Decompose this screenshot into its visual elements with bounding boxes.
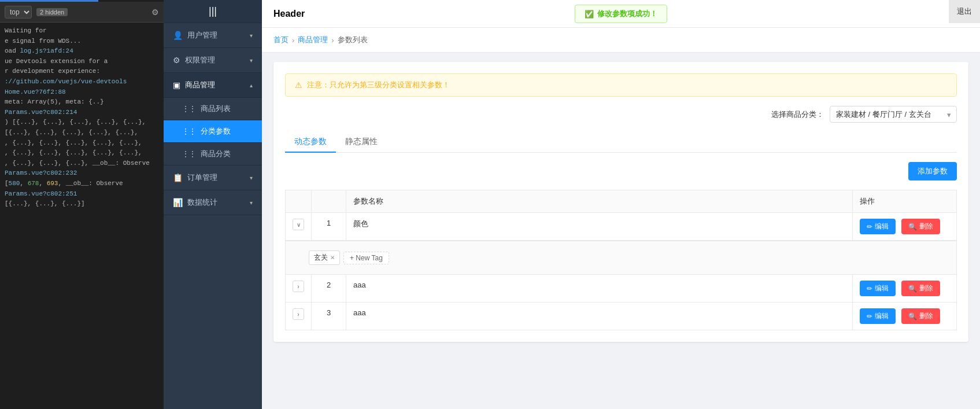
product-icon: ▣ [173,80,180,90]
grid-icon: ⋮⋮ [182,150,196,158]
edit-icon: ✏ [867,285,872,293]
log-line: Params.vue?c802:232 [5,168,159,179]
tab-static-attrs[interactable]: 静态属性 [336,132,387,153]
log-link[interactable]: Params.vue?c802:232 [5,170,77,176]
breadcrumb-product[interactable]: 商品管理 [298,35,328,45]
delete-label: 删除 [919,283,933,293]
table-row: › 2 aaa ✏ 编辑 🔍 删除 [286,275,957,303]
breadcrumb-separator: › [292,36,294,45]
log-line: , {...}, {...}, {...}, {...}, {...}, [5,148,159,159]
col-action-header: 操作 [853,190,957,213]
category-selector-label: 选择商品分类： [771,109,824,120]
log-link[interactable]: Home.vue?76f2:88 [5,89,66,95]
category-select[interactable]: 家装建材 / 餐厅门厅 / 玄关台 [830,106,957,123]
check-icon: ✅ [585,10,594,19]
delete-button[interactable]: 🔍 删除 [901,219,940,234]
log-line: Waiting for [5,26,159,36]
col-num-header [312,190,346,213]
log-line: Params.vue?c802:214 [5,108,159,118]
table-row: › 3 aaa ✏ 编辑 🔍 删除 [286,303,957,330]
sidebar-item-order-management[interactable]: 📋 订单管理 ▾ [164,165,262,190]
sidebar-item-category-params[interactable]: ⋮⋮ 分类参数 [164,120,262,143]
category-select-wrapper: 家装建材 / 餐厅门厅 / 玄关台 [830,106,957,123]
expanded-content: 玄关 ✕ + New Tag [286,241,956,274]
edit-icon: ✏ [867,223,872,231]
table-header-row: 参数名称 操作 [286,190,957,213]
row-action-cell: ✏ 编辑 🔍 删除 [853,213,957,241]
tab-dynamic-params[interactable]: 动态参数 [285,132,336,153]
filter-select[interactable]: top [5,6,32,19]
chevron-down-icon: ▾ [250,175,253,181]
delete-button[interactable]: 🔍 删除 [901,308,940,324]
log-link[interactable]: Params.vue?c802:251 [5,190,77,197]
log-link[interactable]: log.js?1afd:24 [20,47,73,54]
delete-button[interactable]: 🔍 删除 [901,281,940,296]
content-area: ⚠ 注意：只允许为第三级分类设置相关参数！ 选择商品分类： 家装建材 / 餐厅门… [262,53,980,409]
expand-button[interactable]: › [293,281,304,292]
breadcrumb: 首页 › 商品管理 › 参数列表 [262,28,980,53]
row-action-cell: ✏ 编辑 🔍 删除 [853,275,957,303]
log-line: r development experience: [5,67,159,77]
table-row: ∨ 1 颜色 ✏ 编辑 🔍 删除 [286,213,957,241]
log-line: , {...}, {...}, {...}, {...}, {...}, [5,138,159,149]
row-num-cell: 1 [312,213,346,241]
log-line: meta: Array(5), meta: {..} [5,97,159,108]
log-line: ://github.com/vuejs/vue-devtools [5,77,159,87]
notice-text: 注意：只允许为第三级分类设置相关参数！ [307,80,450,90]
log-line: [{...}, {...}, {...}] [5,199,159,209]
row-num-cell: 2 [312,275,346,303]
logout-button[interactable]: 退出 [949,0,980,23]
row-action-cell: ✏ 编辑 🔍 删除 [853,303,957,330]
gear-icon[interactable]: ⚙ [151,8,159,17]
delete-label: 删除 [919,222,933,231]
log-line: ue Devtools extension for a [5,57,159,67]
row-name-cell: 颜色 [346,213,853,241]
table-body: ∨ 1 颜色 ✏ 编辑 🔍 删除 [286,213,957,330]
main-content: Header ✅ 修改参数项成功！ 退出 首页 › 商品管理 › 参数列表 ⚠ … [262,0,980,409]
expand-cell: › [286,303,312,330]
sidebar-item-label: 数据统计 [187,197,250,208]
row-name-cell: aaa [346,303,853,330]
success-toast: ✅ 修改参数项成功！ [575,5,667,23]
sidebar-item-user-management[interactable]: 👤 用户管理 ▾ [164,23,262,48]
edit-button[interactable]: ✏ 编辑 [860,281,896,296]
log-line: [{...}, {...}, {...}, {...}, {...}, [5,128,159,138]
log-line: e signal from WDS... [5,36,159,47]
tag-close-icon[interactable]: ✕ [330,255,335,261]
col-name-header: 参数名称 [346,190,853,213]
chevron-down-icon: ▾ [250,57,253,64]
expanded-content-cell: 玄关 ✕ + New Tag [286,241,957,275]
expand-cell: ∨ [286,213,312,241]
sidebar-item-product-category[interactable]: ⋮⋮ 商品分类 [164,143,262,165]
expand-button[interactable]: › [293,308,304,320]
add-param-button[interactable]: 添加参数 [908,162,957,180]
log-line: [580, 678, 693, __ob__: Observe [5,179,159,189]
edit-button[interactable]: ✏ 编辑 [860,308,896,324]
edit-icon: ✏ [867,312,872,320]
delete-label: 删除 [919,311,933,321]
log-link[interactable]: ://github.com/vuejs/vue-devtools [5,78,127,85]
expand-button[interactable]: ∨ [293,219,304,230]
chart-icon: 📊 [173,198,183,207]
edit-label: 编辑 [875,283,889,293]
tag-label: 玄关 [314,253,328,263]
hidden-count-badge: 2 hidden [36,8,68,16]
breadcrumb-home[interactable]: 首页 [273,35,289,45]
sidebar-item-label: 商品管理 [185,80,250,90]
toast-message: 修改参数项成功！ [597,9,657,19]
user-icon: 👤 [173,31,183,40]
edit-button[interactable]: ✏ 编辑 [860,219,896,234]
sidebar-item-product-management[interactable]: ▣ 商品管理 ▴ [164,73,262,98]
sidebar-item-product-list[interactable]: ⋮⋮ 商品列表 [164,98,262,120]
sidebar-item-permission-management[interactable]: ⚙ 权限管理 ▾ [164,48,262,73]
log-link[interactable]: Params.vue?c802:214 [5,109,77,116]
breadcrumb-separator: › [331,36,334,45]
sidebar-sub-item-label: 商品分类 [201,149,231,159]
new-tag-button[interactable]: + New Tag [343,252,389,264]
edit-label: 编辑 [875,311,889,321]
log-line: Home.vue?76f2:88 [5,87,159,98]
page-title: Header [273,9,305,19]
sidebar-item-label: 订单管理 [187,172,250,183]
sidebar-item-data-stats[interactable]: 📊 数据统计 ▾ [164,190,262,215]
page-header: Header ✅ 修改参数项成功！ 退出 [262,0,980,28]
